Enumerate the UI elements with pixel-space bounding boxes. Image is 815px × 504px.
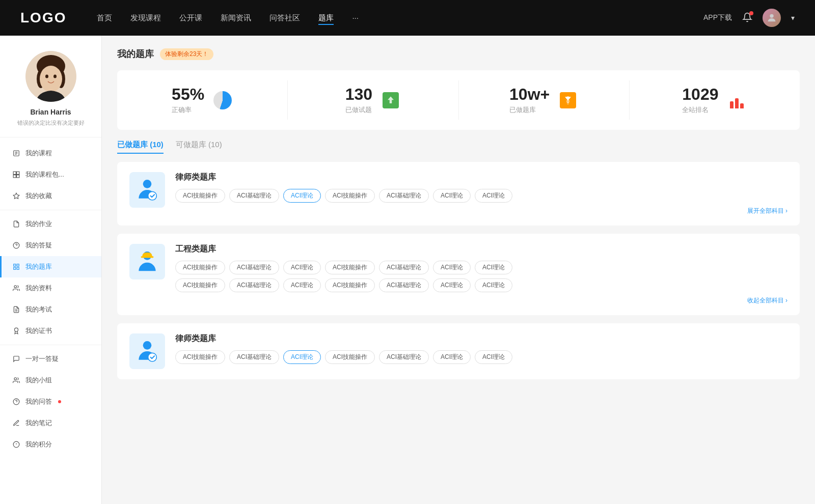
- svg-point-26: [15, 328, 18, 331]
- bank-tags-2-row1: ACI技能操作 ACI基础理论 ACI理论 ACI技能操作 ACI基础理论 AC…: [175, 261, 787, 274]
- tag[interactable]: ACI技能操作: [175, 189, 225, 203]
- tag[interactable]: ACI基础理论: [229, 278, 279, 292]
- bank-card-1: 律师类题库 ACI技能操作 ACI基础理论 ACI理论 ACI技能操作 ACI基…: [117, 162, 800, 226]
- main-content: 我的题库 体验剩余23天！ 55% 正确率 130 已做试题: [102, 36, 815, 504]
- tag[interactable]: ACI技能操作: [325, 350, 375, 364]
- tag[interactable]: ACI基础理论: [229, 350, 279, 364]
- tag[interactable]: ACI理论: [433, 278, 471, 292]
- tag[interactable]: ACI理论: [283, 261, 321, 274]
- svg-point-7: [53, 75, 57, 78]
- svg-point-5: [40, 66, 62, 92]
- sidebar-label: 我的课程包...: [25, 170, 64, 179]
- tab-available[interactable]: 可做题库 (10): [176, 140, 222, 154]
- tag[interactable]: ACI理论: [475, 261, 512, 274]
- tag[interactable]: ACI基础理论: [379, 261, 429, 274]
- tag-active[interactable]: ACI理论: [283, 350, 321, 364]
- svg-rect-39: [141, 256, 154, 258]
- stat-label-rank: 全站排名: [682, 105, 718, 115]
- page-title: 我的题库: [117, 48, 154, 60]
- bank-tags-3: ACI技能操作 ACI基础理论 ACI理论 ACI技能操作 ACI基础理论 AC…: [175, 350, 787, 364]
- tag[interactable]: ACI技能操作: [325, 189, 375, 203]
- sidebar-label: 我的证书: [25, 326, 52, 335]
- sidebar-item-my-courses[interactable]: 我的课程: [0, 143, 101, 164]
- tag[interactable]: ACI理论: [433, 189, 471, 203]
- sidebar-label: 一对一答疑: [25, 354, 59, 363]
- tag[interactable]: ACI技能操作: [175, 278, 225, 292]
- avatar[interactable]: [763, 9, 781, 27]
- sidebar-item-one-on-one[interactable]: 一对一答疑: [0, 348, 101, 370]
- sidebar-item-points[interactable]: 我的积分: [0, 434, 101, 455]
- sidebar: Brian Harris 错误的决定比没有决定要好 我的课程 我的课程包...: [0, 36, 102, 504]
- profile-motto: 错误的决定比没有决定要好: [12, 119, 90, 127]
- tag[interactable]: ACI技能操作: [325, 278, 375, 292]
- sidebar-item-favorites[interactable]: 我的收藏: [0, 185, 101, 207]
- tag[interactable]: ACI理论: [475, 278, 512, 292]
- sidebar-item-certificate[interactable]: 我的证书: [0, 320, 101, 342]
- bank-name-3: 律师类题库: [175, 333, 787, 344]
- stat-accuracy: 55% 正确率: [117, 80, 288, 120]
- qa-dot: [58, 400, 61, 403]
- svg-rect-22: [17, 267, 19, 269]
- tab-done[interactable]: 已做题库 (10): [117, 140, 164, 154]
- sidebar-item-exam[interactable]: 我的考试: [0, 299, 101, 320]
- svg-rect-33: [566, 100, 569, 101]
- stat-ranking: 1029 全站排名: [630, 80, 800, 120]
- page-wrapper: Brian Harris 错误的决定比没有决定要好 我的课程 我的课程包...: [0, 36, 815, 504]
- svg-point-6: [45, 75, 48, 78]
- bank-name-2: 工程类题库: [175, 244, 787, 255]
- sidebar-item-notes[interactable]: 我的笔记: [0, 412, 101, 434]
- svg-rect-20: [17, 264, 19, 266]
- tag[interactable]: ACI技能操作: [175, 261, 225, 274]
- tag[interactable]: ACI基础理论: [379, 350, 429, 364]
- bar-icon: [12, 171, 20, 179]
- tag[interactable]: ACI理论: [475, 189, 512, 203]
- tag[interactable]: ACI基础理论: [379, 278, 429, 292]
- tag[interactable]: ACI基础理论: [229, 261, 279, 274]
- expand-btn-1[interactable]: 展开全部科目 ›: [175, 207, 787, 215]
- stat-label-done: 已做试题: [345, 105, 372, 115]
- sidebar-item-profile-data[interactable]: 我的资料: [0, 277, 101, 299]
- chart-icon: [726, 90, 747, 110]
- tag[interactable]: ACI基础理论: [379, 189, 429, 203]
- sidebar-item-homework[interactable]: 我的作业: [0, 213, 101, 235]
- tag[interactable]: ACI理论: [475, 350, 512, 364]
- svg-rect-13: [17, 172, 19, 174]
- tag[interactable]: ACI理论: [433, 261, 471, 274]
- trial-badge: 体验剩余23天！: [160, 48, 213, 60]
- sidebar-label: 我的问答: [25, 397, 52, 406]
- sidebar-item-course-pkg[interactable]: 我的课程包...: [0, 164, 101, 185]
- tag[interactable]: ACI理论: [283, 278, 321, 292]
- nav-item-qa[interactable]: 问答社区: [269, 13, 300, 23]
- bank-icon-lawyer-3: [129, 333, 165, 369]
- nav-item-home[interactable]: 首页: [97, 13, 112, 23]
- tag[interactable]: ACI技能操作: [175, 350, 225, 364]
- nav-item-courses[interactable]: 发现课程: [130, 13, 161, 23]
- tag[interactable]: ACI理论: [433, 350, 471, 364]
- sidebar-item-group[interactable]: 我的小组: [0, 370, 101, 391]
- nav-right: APP下载 ▾: [703, 9, 795, 27]
- nav-item-more[interactable]: ···: [352, 13, 359, 23]
- tag-active[interactable]: ACI理论: [283, 189, 321, 203]
- nav-item-news[interactable]: 新闻资讯: [221, 13, 251, 23]
- app-download-btn[interactable]: APP下载: [703, 13, 732, 22]
- bell-icon[interactable]: [742, 12, 752, 24]
- nav-item-tiku[interactable]: 题库: [318, 13, 334, 23]
- doc-icon: [12, 220, 20, 228]
- sidebar-item-tiku[interactable]: 我的题库: [0, 256, 101, 277]
- collapse-btn-2[interactable]: 收起全部科目 ›: [175, 296, 787, 305]
- bank-tags-2-row2: ACI技能操作 ACI基础理论 ACI理论 ACI技能操作 ACI基础理论 AC…: [175, 278, 787, 292]
- star-icon: [12, 192, 20, 200]
- logo: LOGO: [20, 10, 66, 26]
- stat-value-accuracy: 55%: [172, 86, 204, 103]
- sidebar-item-answers[interactable]: 我的答疑: [0, 235, 101, 256]
- tag[interactable]: ACI基础理论: [229, 189, 279, 203]
- nav-item-open[interactable]: 公开课: [179, 13, 202, 23]
- sidebar-item-qa[interactable]: 我的问答: [0, 391, 101, 412]
- bank-card-2: 工程类题库 ACI技能操作 ACI基础理论 ACI理论 ACI技能操作 ACI基…: [117, 234, 800, 315]
- tag[interactable]: ACI技能操作: [325, 261, 375, 274]
- page-icon: [12, 305, 20, 314]
- stat-value-done: 130: [345, 86, 372, 103]
- pie-icon: [212, 90, 233, 110]
- nav-dropdown-arrow[interactable]: ▾: [791, 14, 795, 22]
- nav-links: 首页 发现课程 公开课 新闻资讯 问答社区 题库 ···: [97, 13, 703, 23]
